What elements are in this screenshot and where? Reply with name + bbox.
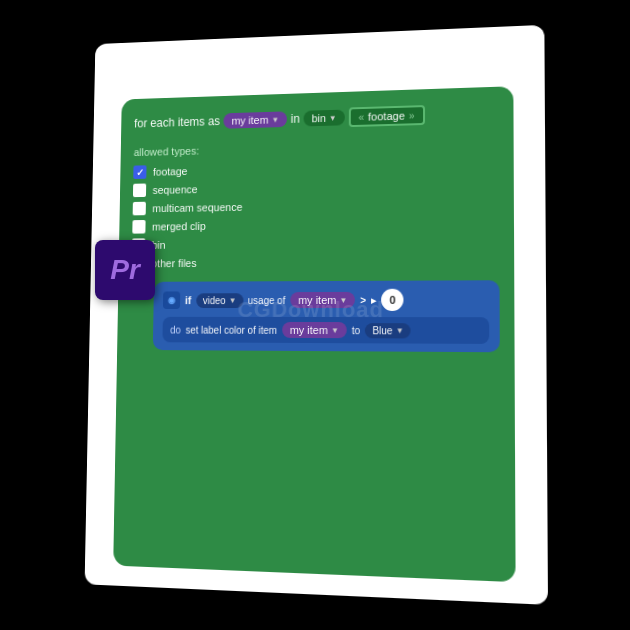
checkbox-label-merged: merged clip — [152, 220, 206, 232]
bin-label: bin — [311, 112, 326, 124]
checkbox-label-sequence: sequence — [153, 183, 198, 195]
usage-of-label: usage of — [248, 295, 286, 306]
checkbox-label-multicam: multicam sequence — [152, 201, 242, 214]
if-block: ◉ if video ▼ usage of my item ▼ > — [153, 280, 500, 352]
for-each-label: for each items as — [134, 114, 220, 130]
my-item-pill[interactable]: my item ▼ — [224, 111, 287, 128]
equals-symbol: ▸ — [371, 294, 376, 305]
checkbox-list: ✓ footage sequence multicam sequence mer… — [132, 157, 500, 270]
checkbox-label-footage: footage — [153, 165, 188, 177]
do-sub-row: do set label color of item my item ▼ to … — [162, 317, 489, 344]
if-row: ◉ if video ▼ usage of my item ▼ > — [163, 288, 489, 311]
my-item-pill-2[interactable]: my item ▼ — [290, 292, 355, 308]
list-item: ✓ footage — [133, 157, 499, 179]
if-icon-symbol: ◉ — [168, 295, 176, 305]
for-each-row: for each items as my item ▼ in bin ▼ « f… — [134, 103, 499, 133]
list-item: multicam sequence — [133, 196, 500, 216]
scene: Pr CGDownload for each items as my item … — [0, 0, 630, 630]
bin-pill[interactable]: bin ▼ — [304, 110, 345, 127]
checkbox-label-other: other files — [151, 257, 196, 269]
list-item: merged clip — [132, 215, 499, 234]
pr-badge: Pr — [95, 240, 155, 300]
list-item: other files — [132, 254, 500, 271]
blue-pill[interactable]: Blue ▼ — [365, 323, 411, 338]
allowed-types-label: allowed types: — [134, 137, 499, 158]
if-keyword: if — [185, 294, 192, 306]
in-label: in — [291, 112, 300, 126]
list-item: bin — [132, 234, 499, 252]
chevron-down-icon-3: ▼ — [229, 296, 237, 305]
value-circle[interactable]: 0 — [381, 289, 403, 311]
chevron-down-icon-4: ▼ — [339, 295, 347, 304]
my-item-label: my item — [231, 114, 268, 127]
checkbox-sequence[interactable] — [133, 183, 146, 197]
video-label: video — [203, 295, 226, 306]
video-pill[interactable]: video ▼ — [196, 293, 243, 308]
do-sub-label: do — [170, 324, 181, 335]
chevron-down-icon-5: ▼ — [331, 326, 339, 335]
greater-than-symbol: > — [360, 294, 366, 305]
pr-text: Pr — [110, 254, 140, 286]
blue-label: Blue — [372, 325, 392, 336]
set-label-text: set label color of item — [185, 324, 277, 335]
to-label: to — [352, 325, 360, 336]
value-zero: 0 — [389, 294, 395, 306]
checkbox-merged[interactable] — [132, 220, 145, 234]
main-card: CGDownload for each items as my item ▼ i… — [85, 25, 548, 605]
block-area: for each items as my item ▼ in bin ▼ « f… — [113, 86, 515, 582]
chevron-down-icon: ▼ — [271, 115, 279, 124]
my-item-pill-3[interactable]: my item ▼ — [282, 322, 347, 338]
list-item: sequence — [133, 176, 499, 197]
chevron-down-icon-6: ▼ — [396, 326, 404, 335]
my-item-label-2: my item — [298, 294, 336, 306]
footage-label: footage — [368, 110, 405, 123]
footage-tag[interactable]: « footage » — [349, 105, 425, 127]
checkbox-multicam[interactable] — [133, 202, 146, 216]
check-icon: ✓ — [136, 167, 144, 178]
left-quote-icon: « — [358, 111, 364, 122]
my-item-label-3: my item — [290, 324, 328, 336]
checkbox-footage[interactable]: ✓ — [133, 165, 146, 179]
do-section: do ◉ if video ▼ usage of — [130, 280, 500, 352]
right-quote-icon: » — [409, 110, 415, 121]
if-icon: ◉ — [163, 291, 180, 309]
chevron-down-icon-2: ▼ — [329, 113, 337, 122]
